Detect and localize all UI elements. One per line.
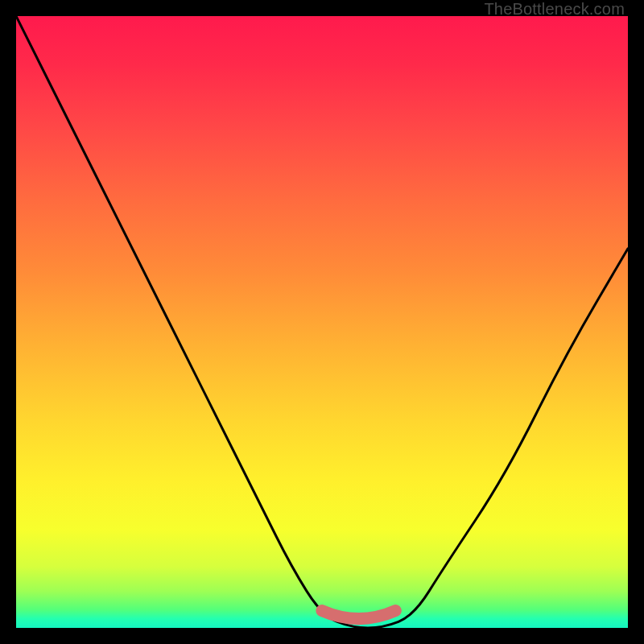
bottleneck-curve-path [16,16,628,628]
bottleneck-curve-svg [16,16,628,628]
chart-plot-area [16,16,628,628]
watermark-text: TheBottleneck.com [484,0,625,19]
bottom-marker-segment [322,611,395,619]
